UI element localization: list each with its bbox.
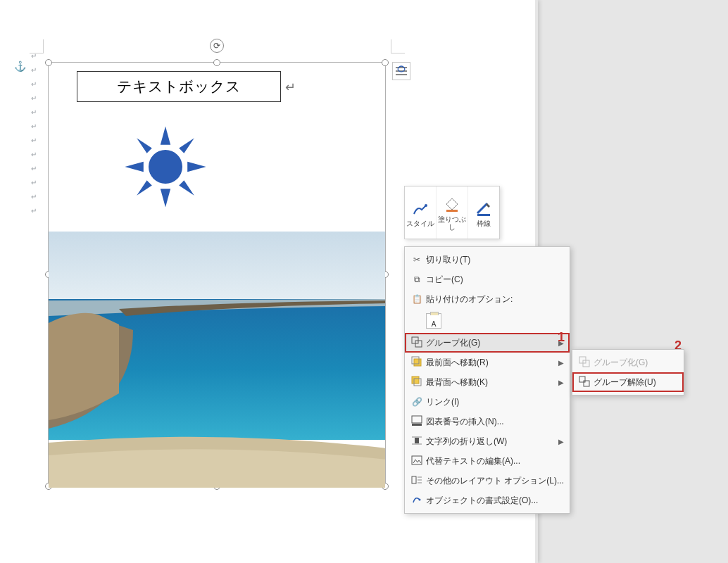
- submenu-arrow-icon: ▶: [558, 438, 564, 445]
- svg-rect-11: [396, 67, 407, 68]
- svg-point-14: [425, 204, 427, 207]
- menu-more-layout-options[interactable]: その他のレイアウト オプション(L)...: [405, 471, 570, 491]
- group-submenu: グループ化(G) グループ解除(U): [572, 349, 684, 396]
- resize-handle[interactable]: [382, 59, 389, 66]
- menu-label: 貼り付けのオプション:: [426, 293, 564, 305]
- caption-icon: [408, 415, 426, 429]
- resize-handle[interactable]: [213, 59, 220, 66]
- menu-label: 図表番号の挿入(N)...: [426, 416, 564, 428]
- svg-rect-13: [396, 74, 407, 75]
- rotate-handle-icon[interactable]: ⟳: [210, 39, 224, 53]
- outline-label: 枠線: [477, 220, 491, 227]
- svg-rect-37: [584, 381, 589, 386]
- submenu-ungroup[interactable]: グループ解除(U): [572, 372, 684, 392]
- fill-button[interactable]: 塗りつぶし: [437, 186, 468, 239]
- menu-wrap-text[interactable]: 文字列の折り返し(W) ▶: [405, 431, 570, 451]
- svg-marker-5: [137, 138, 152, 153]
- submenu-label: グループ解除(U): [594, 377, 678, 388]
- text-box[interactable]: テキストボックス: [77, 71, 281, 102]
- menu-edit-alt-text[interactable]: 代替テキストの編集(A)...: [405, 451, 570, 471]
- menu-label: 切り取り(T): [426, 254, 564, 266]
- menu-label: その他のレイアウト オプション(L)...: [426, 475, 564, 487]
- svg-rect-9: [49, 232, 385, 299]
- style-label: スタイル: [406, 220, 434, 227]
- svg-marker-1: [161, 126, 170, 144]
- menu-label: 最前面へ移動(R): [426, 357, 558, 369]
- send-back-icon: [408, 376, 426, 389]
- svg-marker-7: [137, 180, 152, 196]
- layout-icon: [408, 474, 426, 488]
- text-box-content: テキストボックス: [117, 77, 241, 96]
- menu-label: リンク(I): [426, 396, 564, 408]
- menu-cut[interactable]: ✂ 切り取り(T): [405, 250, 570, 270]
- callout-1: 1: [558, 330, 565, 345]
- menu-insert-caption[interactable]: 図表番号の挿入(N)...: [405, 412, 570, 431]
- svg-marker-8: [179, 180, 194, 196]
- link-icon: 🔗: [408, 397, 426, 407]
- format-icon: [408, 494, 426, 507]
- svg-rect-28: [412, 456, 422, 464]
- bring-front-icon: [408, 356, 426, 369]
- resize-handle[interactable]: [45, 59, 52, 66]
- clipboard-icon: 📋: [408, 294, 426, 304]
- margin-corner-icon: [391, 39, 405, 53]
- menu-label: 文字列の折り返し(W): [426, 436, 558, 448]
- svg-rect-23: [412, 416, 422, 423]
- paste-text-only-icon: A: [426, 313, 441, 329]
- wrap-text-icon: [408, 435, 426, 448]
- group-icon: [408, 336, 426, 350]
- alt-text-icon: [408, 455, 426, 468]
- scissors-icon: ✂: [408, 255, 426, 265]
- layout-options-button[interactable]: [392, 62, 410, 80]
- menu-label: 代替テキストの編集(A)...: [426, 455, 564, 467]
- menu-paste-option-keep-text[interactable]: A: [405, 309, 570, 333]
- menu-label: 最背面へ移動(K): [426, 377, 558, 388]
- inserted-picture[interactable]: [49, 232, 385, 488]
- menu-label: コピー(C): [426, 274, 564, 286]
- menu-copy[interactable]: ⧉ コピー(C): [405, 270, 570, 289]
- svg-marker-4: [187, 162, 206, 172]
- style-button[interactable]: スタイル: [405, 186, 437, 239]
- menu-label: オブジェクトの書式設定(O)...: [426, 495, 564, 507]
- svg-marker-2: [161, 189, 170, 207]
- menu-label: グループ化(G): [426, 337, 558, 349]
- svg-marker-3: [125, 162, 143, 172]
- svg-rect-21: [412, 377, 419, 384]
- menu-paste-options-header: 📋 貼り付けのオプション:: [405, 289, 570, 309]
- svg-rect-29: [412, 476, 416, 483]
- outline-button[interactable]: 枠線: [468, 186, 499, 239]
- svg-point-0: [149, 150, 182, 184]
- svg-rect-15: [446, 210, 458, 212]
- svg-rect-25: [415, 438, 419, 443]
- svg-rect-24: [412, 424, 422, 426]
- submenu-arrow-icon: ▶: [558, 359, 564, 367]
- ungroup-icon: [575, 376, 594, 389]
- context-menu: ✂ 切り取り(T) ⧉ コピー(C) 📋 貼り付けのオプション: A グループ化…: [404, 246, 570, 514]
- submenu-label: グループ化(G): [594, 357, 678, 369]
- group-icon: [575, 356, 594, 369]
- menu-link[interactable]: 🔗 リンク(I): [405, 392, 570, 412]
- svg-rect-19: [414, 359, 421, 366]
- svg-marker-6: [179, 138, 194, 153]
- svg-rect-36: [579, 377, 585, 382]
- copy-icon: ⧉: [408, 274, 426, 284]
- sun-shape[interactable]: [123, 125, 208, 209]
- anchor-icon: ⚓: [14, 61, 26, 72]
- group-selection[interactable]: ⟳ テキストボックス ↵: [48, 62, 386, 487]
- submenu-arrow-icon: ▶: [558, 379, 564, 386]
- paragraph-mark-icon: ↵: [285, 80, 296, 95]
- paragraph-marks: ↵↵↵↵↵ ↵↵↵↵↵ ↵↵: [31, 49, 38, 218]
- fill-label: 塗りつぶし: [437, 215, 467, 231]
- menu-send-to-back[interactable]: 最背面へ移動(K) ▶: [405, 372, 570, 392]
- menu-group[interactable]: グループ化(G) ▶: [405, 333, 570, 353]
- mini-toolbar: スタイル 塗りつぶし 枠線: [404, 186, 500, 239]
- svg-point-33: [419, 498, 421, 500]
- menu-format-object[interactable]: オブジェクトの書式設定(O)...: [405, 491, 570, 510]
- menu-bring-to-front[interactable]: 最前面へ移動(R) ▶: [405, 353, 570, 372]
- submenu-group: グループ化(G): [572, 353, 684, 372]
- svg-rect-16: [477, 214, 490, 216]
